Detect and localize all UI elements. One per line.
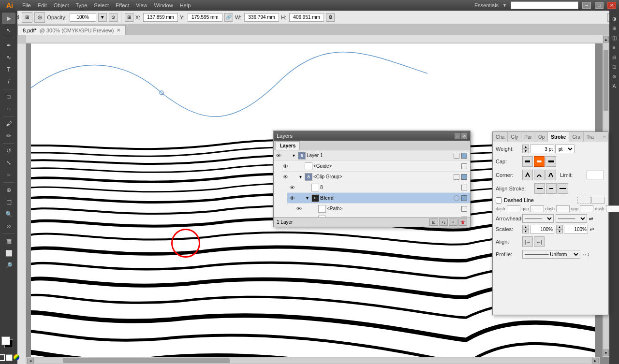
vscroll-thumb[interactable]: [604, 50, 608, 111]
para-tab[interactable]: Par: [521, 132, 535, 142]
layer-lock-clipgroup[interactable]: [290, 172, 297, 182]
warp-tool[interactable]: ~: [2, 169, 15, 181]
line-tool[interactable]: /: [2, 76, 15, 87]
shape-builder-tool[interactable]: ⊕: [2, 184, 15, 196]
scale-start-input[interactable]: [530, 225, 554, 233]
layer-expand-blend[interactable]: ▾: [304, 195, 310, 201]
layer-visibility-path2[interactable]: 👁: [294, 214, 304, 218]
delete-layer-btn[interactable]: 🗑: [458, 218, 467, 226]
menu-effect[interactable]: Effect: [113, 1, 132, 9]
panel-options-icon[interactable]: ≡: [603, 134, 606, 140]
tra-tab[interactable]: Tra: [584, 132, 597, 142]
layer-row-guide[interactable]: 👁 <Guide>: [280, 161, 470, 172]
pencil-tool[interactable]: ✏: [2, 130, 15, 142]
scroll-down-btn[interactable]: ▾: [603, 349, 609, 356]
corner-bevel-btn[interactable]: [545, 170, 556, 180]
transform-more-icon[interactable]: ⚙: [326, 13, 335, 22]
create-new-layer-btn[interactable]: +: [449, 218, 457, 226]
document-tab[interactable]: 8.pdf* @ 300% (CMYK/GPU Preview) ✕: [17, 25, 126, 35]
make-clipping-mask-btn[interactable]: ⊡: [429, 218, 438, 226]
scroll-left-btn[interactable]: ◂: [27, 358, 34, 364]
close-button[interactable]: ✕: [607, 2, 616, 9]
layer-row-layer1[interactable]: 👁 ▾ 8 Layer 1: [274, 150, 470, 161]
limit-input[interactable]: [587, 171, 604, 179]
arrowhead-swap-btn[interactable]: ⇄: [589, 216, 593, 221]
charvar-panel-icon[interactable]: A: [610, 82, 618, 90]
essentials-dropdown-icon[interactable]: ▼: [502, 3, 507, 8]
eyedropper-tool[interactable]: 🔍: [2, 208, 15, 220]
weight-unit-select[interactable]: pt px mm: [555, 145, 575, 153]
swatches-panel-icon[interactable]: ⊞: [610, 24, 618, 32]
menu-bar[interactable]: File Edit Object Type Select Effect View…: [19, 1, 193, 9]
layer-lock-path2[interactable]: [304, 214, 310, 218]
menu-view[interactable]: View: [133, 1, 150, 9]
stroke-tab[interactable]: Stroke: [548, 132, 569, 142]
scale-end-up[interactable]: ▲: [556, 225, 563, 229]
dash-option-2[interactable]: [591, 197, 605, 204]
opacity-input[interactable]: [70, 13, 96, 22]
layer-lock-blend[interactable]: [297, 193, 304, 204]
dash-input-1[interactable]: [507, 205, 520, 212]
layer-lock-obj8[interactable]: [297, 182, 304, 193]
profile-select[interactable]: ─────── Uniform Width Profile 1: [522, 250, 580, 259]
corner-miter-btn[interactable]: [522, 170, 533, 180]
zoom-tool[interactable]: 🔎: [2, 260, 15, 271]
foreground-color-swatch[interactable]: [1, 336, 10, 345]
stroke-panel-icon[interactable]: ≡: [610, 44, 618, 51]
align-center-btn[interactable]: [534, 183, 545, 194]
layer-visibility-guide[interactable]: 👁: [280, 161, 290, 172]
align-inside-btn[interactable]: [546, 183, 557, 194]
gradient-panel-icon[interactable]: ◫: [610, 34, 618, 42]
x-input[interactable]: [143, 13, 178, 22]
color-mode-indicator[interactable]: [14, 354, 19, 360]
transform-panel-icon[interactable]: ⊡: [610, 63, 618, 71]
h-input[interactable]: [289, 13, 324, 22]
layer-visibility-obj8[interactable]: 👁: [287, 182, 297, 193]
scale-swap-btn[interactable]: ⇄: [590, 227, 594, 232]
profile-flip-y-btn[interactable]: ↕: [587, 252, 590, 257]
scale-start-up[interactable]: ▲: [522, 225, 529, 229]
stroke-indicator[interactable]: [0, 354, 5, 361]
paintbrush-tool[interactable]: 🖌: [2, 118, 15, 130]
gra-tab[interactable]: Gra: [569, 132, 584, 142]
w-input[interactable]: [244, 13, 279, 22]
fill-indicator[interactable]: [6, 354, 13, 361]
glyph-tab[interactable]: Gly: [508, 132, 521, 142]
transform-icon[interactable]: ⊞: [22, 12, 32, 23]
layer-row-clipgroup[interactable]: 👁 ▾ 8 <Clip Group>: [280, 172, 470, 182]
layer-lock-layer1[interactable]: [283, 150, 290, 161]
blend-mode-icon[interactable]: ⊙: [109, 13, 118, 22]
menu-help[interactable]: Help: [177, 1, 194, 9]
gradient-tool[interactable]: ◫: [2, 196, 15, 208]
ellipse-tool[interactable]: ○: [2, 103, 15, 115]
pen-tool[interactable]: ✒: [2, 40, 15, 51]
column-graph-tool[interactable]: ▦: [2, 235, 15, 247]
gap-input-2[interactable]: [580, 205, 593, 212]
layers-tab[interactable]: Layers: [276, 141, 300, 150]
y-input[interactable]: [188, 13, 222, 22]
weight-input[interactable]: [530, 145, 554, 153]
arrowhead-end-select[interactable]: ─────: [556, 214, 587, 223]
arrowhead-align-outside-btn[interactable]: ←|: [534, 236, 545, 247]
arrowhead-align-inside-btn[interactable]: |→: [522, 236, 533, 247]
layer-row-obj8[interactable]: 👁 8: [287, 182, 470, 193]
scale-end-down[interactable]: ▼: [556, 229, 563, 233]
opacity-dropdown-icon[interactable]: ▼: [98, 13, 107, 22]
pathfinder-panel-icon[interactable]: ⊗: [610, 73, 618, 80]
layers-panel-close[interactable]: ✕: [461, 133, 467, 139]
maximize-button[interactable]: □: [595, 2, 604, 9]
blend-tool[interactable]: ∞: [2, 220, 15, 232]
scroll-right-btn[interactable]: ▸: [592, 358, 599, 364]
appearance-icon[interactable]: ◎: [34, 12, 45, 23]
menu-edit[interactable]: Edit: [35, 1, 50, 9]
layer-visibility-layer1[interactable]: 👁: [274, 150, 283, 161]
cap-round-btn[interactable]: [534, 156, 545, 167]
rect-tool[interactable]: □: [2, 91, 15, 102]
layer-visibility-blend[interactable]: 👁: [287, 193, 297, 204]
dash-input-3[interactable]: [606, 205, 619, 212]
arrowhead-start-select[interactable]: ─────: [522, 214, 554, 223]
layer-visibility-path1[interactable]: 👁: [294, 204, 304, 214]
scroll-thumb[interactable]: [63, 358, 230, 363]
tab-close-btn[interactable]: ✕: [117, 28, 120, 33]
cap-projecting-btn[interactable]: [545, 156, 556, 167]
